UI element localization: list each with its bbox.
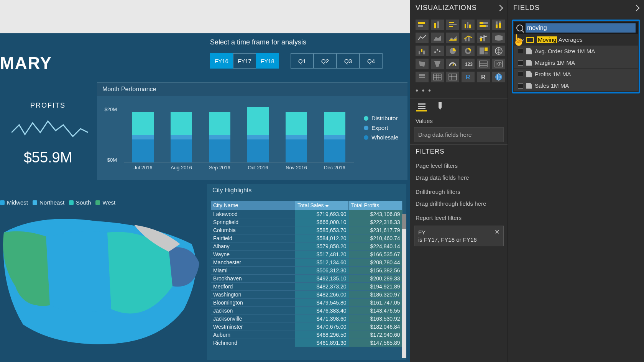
checkbox[interactable] xyxy=(518,60,523,66)
slicer-fy-fy16[interactable]: FY16 xyxy=(210,53,233,69)
city-table[interactable]: City NameTotal SalesTotal Profits Lakewo… xyxy=(211,201,402,347)
table-row[interactable]: Jacksonville$471,398.60$163,530.92 xyxy=(211,315,402,323)
map-legend-west[interactable]: West xyxy=(95,199,115,206)
bar-dec-2016[interactable] xyxy=(324,112,345,162)
table-row[interactable]: Wayne$517,481.20$166,535.67 xyxy=(211,251,402,259)
viz-stacked-bar-v[interactable] xyxy=(431,20,444,30)
fields-pane-header[interactable]: FIELDS xyxy=(508,0,644,16)
checkbox[interactable] xyxy=(518,72,523,77)
viz-globe[interactable] xyxy=(492,72,505,82)
col-total-sales[interactable]: Total Sales xyxy=(295,201,349,210)
col-city-name[interactable]: City Name xyxy=(211,201,295,210)
scrollbar-thumb[interactable] xyxy=(402,214,406,229)
table-row[interactable]: Auburn$468,296.50$172,940.60 xyxy=(211,331,402,339)
viz-waterfall[interactable] xyxy=(416,46,429,56)
viz-stacked-area[interactable] xyxy=(446,33,459,43)
viz-clustered-bar-v[interactable] xyxy=(462,20,475,30)
viz-treemap[interactable] xyxy=(477,46,490,56)
field-profits-1m-ma[interactable]: Profits 1M MA xyxy=(514,68,638,80)
map-card[interactable]: MidwestNortheastSouthWest xyxy=(0,184,205,360)
viz-r-script[interactable]: R xyxy=(477,72,490,82)
viz-more-button[interactable]: • • • xyxy=(410,86,508,98)
map-legend-south[interactable]: South xyxy=(69,199,91,206)
viz-multi-card[interactable] xyxy=(477,59,490,69)
legend-item-wholesale[interactable]: Wholesale xyxy=(364,134,398,141)
table-row[interactable]: Bloomington$479,545.80$161,747.05 xyxy=(211,299,402,307)
map-legend-midwest[interactable]: Midwest xyxy=(0,199,28,206)
scrollbar[interactable] xyxy=(402,214,406,358)
viz-line[interactable] xyxy=(416,33,429,43)
table-row[interactable]: Miami$506,312.30$156,382.56 xyxy=(211,267,402,275)
slicer-q-q3[interactable]: Q3 xyxy=(337,53,360,69)
remove-filter-button[interactable]: ✕ xyxy=(495,228,499,236)
slicer-fy-fy17[interactable]: FY17 xyxy=(233,53,256,69)
viz-stacked-bar-h[interactable] xyxy=(416,20,429,30)
viz-scatter[interactable] xyxy=(431,46,444,56)
map-legend-northeast[interactable]: Northeast xyxy=(33,199,64,206)
fields-search-input[interactable] xyxy=(526,23,636,33)
slicer-q-q4[interactable]: Q4 xyxy=(360,53,383,69)
table-row[interactable]: Lakewood$719,693.90$243,106.89 xyxy=(211,210,402,218)
drillthrough-dropzone[interactable]: Drag drillthrough fields here xyxy=(414,198,504,209)
bar-aug-2016[interactable] xyxy=(171,112,192,162)
viz-map[interactable] xyxy=(492,46,505,56)
format-tab[interactable] xyxy=(435,101,445,111)
checkbox[interactable] xyxy=(518,83,523,88)
viz-funnel[interactable] xyxy=(431,59,444,69)
chevron-right-icon[interactable] xyxy=(497,5,503,11)
table-row[interactable]: Westminster$470,675.00$182,046.84 xyxy=(211,323,402,331)
viz-slicer[interactable] xyxy=(416,72,429,82)
profits-card[interactable]: PROFITS $55.9M xyxy=(0,88,96,180)
bar-jul-2016[interactable] xyxy=(132,112,154,162)
viz-pane-header[interactable]: VISUALIZATIONS xyxy=(410,0,508,16)
bar-sep-2016[interactable] xyxy=(209,112,230,162)
report-filter-fy[interactable]: ✕ FY is FY17, FY18 or FY16 xyxy=(414,226,504,246)
viz-ribbon[interactable] xyxy=(492,33,505,43)
table-row[interactable]: Fairfield$584,012.20$210,460.74 xyxy=(211,234,402,242)
slicer-q-q1[interactable]: Q1 xyxy=(291,53,314,69)
viz-pie[interactable] xyxy=(446,46,459,56)
viz-donut[interactable] xyxy=(462,46,475,56)
viz-line-column-stacked[interactable] xyxy=(477,33,490,43)
viz-card[interactable]: 123 xyxy=(462,59,475,69)
legend-item-export[interactable]: Export xyxy=(364,124,398,131)
chevron-right-icon[interactable] xyxy=(633,5,640,11)
viz-r-visual[interactable]: R xyxy=(462,72,475,82)
field-sales-1m-ma[interactable]: Sales 1M MA xyxy=(514,80,638,91)
field-table-moving-averages[interactable]: Moving Averages xyxy=(519,34,638,45)
field-margins-1m-ma[interactable]: Margins 1M MA xyxy=(514,57,638,68)
slicer-fy-fy18[interactable]: FY18 xyxy=(256,53,279,69)
viz-gauge[interactable] xyxy=(446,59,459,69)
values-dropzone[interactable]: Drag data fields here xyxy=(414,127,504,142)
table-row[interactable]: Medford$482,373.20$194,921.89 xyxy=(211,283,402,291)
legend-item-distributor[interactable]: Distributor xyxy=(364,115,398,121)
viz-line-column[interactable] xyxy=(462,33,475,43)
city-highlights-card[interactable]: City Highlights City NameTotal SalesTota… xyxy=(207,184,406,360)
col-total-profits[interactable]: Total Profits xyxy=(349,201,402,210)
page-filters-dropzone[interactable]: Drag data fields here xyxy=(414,172,504,183)
viz-kpi[interactable]: KPI xyxy=(492,59,505,69)
viz-clustered-bar-h[interactable] xyxy=(446,20,459,30)
table-row[interactable]: Columbia$585,653.70$231,617.79 xyxy=(211,226,402,234)
viz-matrix[interactable] xyxy=(446,72,459,82)
fields-well-tab[interactable] xyxy=(416,101,427,111)
table-row[interactable]: Washington$482,266.00$186,320.97 xyxy=(211,291,402,299)
table-row[interactable]: Jackson$476,383.40$143,476.55 xyxy=(211,307,402,315)
table-row[interactable]: Manchester$512,134.60$208,780.44 xyxy=(211,259,402,267)
viz-100pct-bar-h[interactable] xyxy=(477,20,490,30)
viz-filled-map[interactable] xyxy=(416,59,429,69)
table-row[interactable]: Albany$579,858.20$224,840.14 xyxy=(211,242,402,251)
table-row[interactable]: Richmond$461,891.30$147,565.89 xyxy=(211,339,402,347)
month-performance-card[interactable]: Month Performance $20M $0M Jul 2016Aug 2… xyxy=(97,82,407,180)
viz-table[interactable] xyxy=(431,72,444,82)
bar-nov-2016[interactable] xyxy=(286,112,307,162)
checkbox[interactable] xyxy=(518,49,523,54)
table-row[interactable]: Springfield$666,000.10$222,318.33 xyxy=(211,218,402,226)
slicer-q-q2[interactable]: Q2 xyxy=(314,53,337,69)
table-row[interactable]: Brookhaven$492,135.10$200,289.33 xyxy=(211,275,402,283)
bar-oct-2016[interactable] xyxy=(247,107,269,162)
viz-area[interactable] xyxy=(431,33,444,43)
field-avg-order-size-1m-ma[interactable]: Avg. Order Size 1M MA xyxy=(514,45,638,57)
fields-search[interactable] xyxy=(514,22,638,34)
viz-100pct-bar-v[interactable] xyxy=(492,20,505,30)
